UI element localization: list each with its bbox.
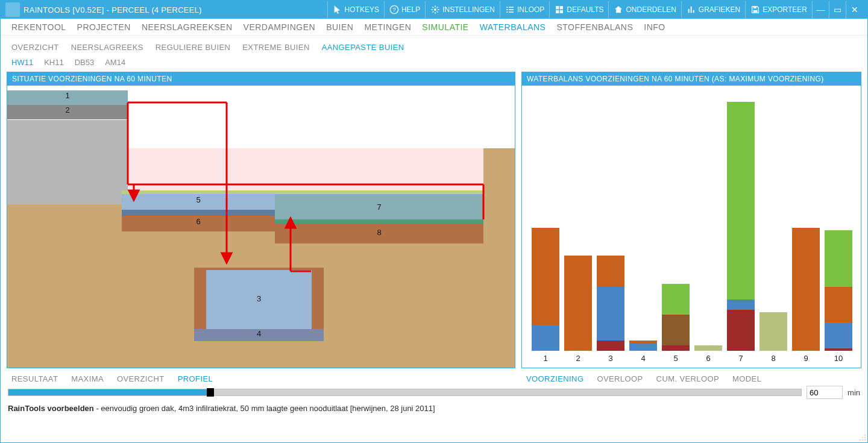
time-input[interactable] [807, 386, 843, 399]
settings-button[interactable]: INSTELLINGEN [425, 1, 500, 18]
grafieken-label: GRAFIEKEN [699, 5, 740, 14]
svg-point-21 [860, 439, 861, 441]
bar-8: 8 [760, 94, 787, 351]
inloop-button[interactable]: INLOOP [500, 1, 549, 18]
menu-waterbalans[interactable]: WATERBALANS [480, 22, 546, 32]
exporteer-button[interactable]: EXPORTEER [745, 1, 812, 18]
btab-cumverloop[interactable]: CUM. VERLOOP [656, 374, 719, 383]
defaults-label: DEFAULTS [567, 5, 603, 14]
s2-kh11[interactable]: KH11 [44, 58, 64, 67]
subtab-aangepaste[interactable]: AANGEPASTE BUIEN [322, 43, 404, 52]
btab-voorziening[interactable]: VOORZIENING [526, 374, 583, 383]
bar-seg [727, 300, 755, 310]
bar-seg [825, 287, 852, 323]
s2-am14[interactable]: AM14 [105, 58, 125, 67]
svg-text:?: ? [392, 7, 395, 13]
subtab-reguliere[interactable]: REGULIERE BUIEN [156, 43, 230, 52]
bar-seg [727, 102, 755, 300]
diagram-arrows [7, 87, 515, 368]
menu-verdampingen[interactable]: VERDAMPINGEN [244, 22, 316, 32]
maximize-button[interactable]: ▭ [829, 1, 846, 18]
grid-icon [555, 5, 564, 14]
subtabs-row1: OVERZICHT NEERSLAGREEKS REGULIERE BUIEN … [1, 39, 867, 55]
defaults-button[interactable]: DEFAULTS [549, 1, 608, 18]
subtab-extreme[interactable]: EXTREME BUIEN [242, 43, 309, 52]
footer-rest: - eenvoudig groen dak, 4m3 infilratiekra… [94, 404, 435, 413]
bar-10: 10 [825, 94, 852, 351]
bar-seg [532, 228, 559, 325]
subtabs-row2: HW11 KH11 DB53 AM14 [1, 55, 867, 69]
bar-seg [825, 322, 852, 348]
list-icon [505, 5, 515, 14]
menu-projecten[interactable]: PROJECTEN [77, 22, 131, 32]
minimize-button[interactable]: — [812, 1, 829, 18]
help-button[interactable]: ?HELP [384, 1, 425, 18]
menu-buien[interactable]: BUIEN [326, 22, 353, 32]
time-unit: min [848, 388, 860, 397]
bar-seg [597, 256, 624, 286]
menu-rekentool[interactable]: REKENTOOL [11, 22, 66, 32]
hotkeys-button[interactable]: HOTKEYS [327, 1, 384, 18]
bar-seg [760, 312, 787, 351]
bar-x-label: 8 [760, 354, 787, 363]
menu-info[interactable]: INFO [644, 22, 665, 32]
app-logo-icon [5, 2, 20, 17]
svg-point-20 [862, 439, 863, 441]
btab-resultaat[interactable]: RESULTAAT [11, 374, 58, 383]
btab-model[interactable]: MODEL [732, 374, 761, 383]
diagram-canvas: 1 2 5 6 7 8 3 4 [7, 87, 515, 368]
menu-stoffenbalans[interactable]: STOFFENBALANS [556, 22, 633, 32]
svg-rect-3 [753, 7, 756, 8]
right-panel-title: WATERBALANS VOORZIENINGEN NA 60 MINUTEN … [522, 72, 861, 86]
maximize-icon: ▭ [834, 5, 841, 14]
subtab-neerslagreeks[interactable]: NEERSLAGREEKS [71, 43, 143, 52]
btab-profiel[interactable]: PROFIEL [178, 374, 213, 383]
s2-hw11[interactable]: HW11 [11, 58, 33, 67]
bar-seg [662, 284, 690, 315]
bar-seg [597, 287, 624, 341]
inloop-label: INLOOP [517, 5, 544, 14]
svg-marker-12 [129, 190, 139, 200]
btab-maxima[interactable]: MAXIMA [71, 374, 104, 383]
save-icon [750, 5, 760, 14]
onderdelen-button[interactable]: ONDERDELEN [608, 1, 681, 18]
slider-thumb[interactable] [207, 388, 214, 397]
bar-seg [564, 256, 592, 351]
svg-marker-7 [222, 253, 231, 263]
bottom-tabs-right: VOORZIENING OVERLOOP CUM. VERLOOP MODEL [515, 368, 772, 383]
svg-rect-4 [753, 10, 758, 13]
menu-simulatie[interactable]: SIMULATIE [422, 22, 468, 32]
time-slider[interactable] [8, 389, 802, 396]
close-button[interactable]: ✕ [846, 1, 863, 18]
cursor-icon [333, 5, 342, 14]
hotkeys-label: HOTKEYS [345, 5, 379, 14]
chart-icon [687, 5, 696, 14]
bar-9: 9 [792, 94, 820, 351]
exporteer-label: EXPORTEER [763, 5, 807, 14]
resize-grip-icon[interactable] [859, 434, 866, 441]
btab-overloop[interactable]: OVERLOOP [597, 374, 643, 383]
footer-text: RainTools voorbeelden - eenvoudig groen … [1, 399, 867, 416]
svg-point-19 [864, 439, 866, 441]
bar-x-label: 1 [532, 354, 559, 363]
bar-x-label: 9 [792, 354, 820, 363]
btab-overzicht[interactable]: OVERZICHT [117, 374, 165, 383]
s2-db53[interactable]: DB53 [75, 58, 95, 67]
bar-seg [727, 310, 755, 351]
bar-seg [792, 228, 820, 351]
bar-1: 1 [532, 94, 559, 351]
bar-x-label: 10 [825, 354, 852, 363]
titlebar: RAINTOOLS [V0.52E] - PERCEEL (4 PERCEEL)… [1, 1, 867, 19]
menu-metingen[interactable]: METINGEN [364, 22, 411, 32]
minimize-icon: — [817, 5, 825, 14]
menu-neerslagreeksen[interactable]: NEERSLAGREEKSEN [142, 22, 233, 32]
bar-6: 6 [694, 94, 722, 351]
help-icon: ? [389, 5, 399, 14]
svg-point-2 [434, 8, 436, 11]
bar-4: 4 [629, 94, 657, 351]
bar-seg [694, 345, 722, 351]
subtab-overzicht[interactable]: OVERZICHT [11, 43, 59, 52]
bar-5: 5 [662, 94, 690, 351]
grafieken-button[interactable]: GRAFIEKEN [681, 1, 745, 18]
svg-point-18 [862, 437, 863, 438]
